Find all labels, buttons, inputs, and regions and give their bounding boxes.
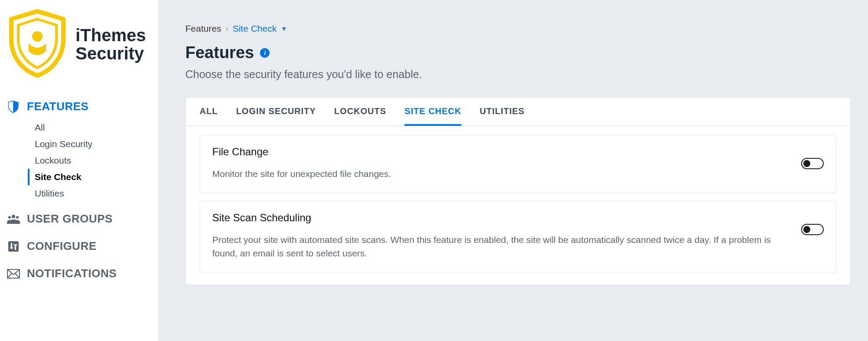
sidebar-item-site-check[interactable]: Site Check [28,169,158,185]
feature-list: File Change Monitor the site for unexpec… [186,126,850,285]
nav-user-groups[interactable]: USER GROUPS [7,209,158,229]
brand-name: iThemes Security [76,26,158,62]
breadcrumb-current[interactable]: Site Check [233,23,277,34]
toggle-knob [803,226,810,233]
tabs: ALL LOGIN SECURITY LOCKOUTS SITE CHECK U… [186,98,850,126]
sidebar-item-utilities[interactable]: Utilities [30,185,158,202]
svg-rect-4 [8,241,19,252]
feature-title: Site Scan Scheduling [212,212,792,224]
caret-down-icon[interactable]: ▼ [281,25,287,32]
sidebar-item-all[interactable]: All [30,119,158,136]
features-panel: ALL LOGIN SECURITY LOCKOUTS SITE CHECK U… [185,97,851,285]
feature-card-site-scan: Site Scan Scheduling Protect your site w… [200,201,836,272]
nav-user-groups-label: USER GROUPS [27,212,113,226]
nav-features-subitems: All Login Security Lockouts Site Check U… [7,117,158,202]
sidebar-item-lockouts[interactable]: Lockouts [30,152,158,169]
page-title-row: Features i [185,43,868,62]
nav-section-user-groups: USER GROUPS [7,209,158,229]
tab-utilities[interactable]: UTILITIES [480,98,524,126]
feature-card-file-change: File Change Monitor the site for unexpec… [200,135,836,193]
nav-notifications[interactable]: NOTIFICATIONS [7,263,158,284]
feature-desc: Protect your site with automated site sc… [212,233,792,260]
nav-notifications-label: NOTIFICATIONS [27,267,117,280]
svg-rect-5 [11,243,12,247]
sliders-icon [7,240,20,253]
shield-icon [7,100,20,113]
users-icon [7,213,20,226]
breadcrumb: Features › Site Check ▼ [185,23,868,34]
nav-configure-label: CONFIGURE [27,239,97,253]
toggle-file-change[interactable] [801,158,824,169]
feature-desc: Monitor the site for unexpected file cha… [212,167,792,180]
sidebar: iThemes Security FEATURES All Login Secu… [0,0,158,341]
svg-point-1 [12,215,15,218]
info-icon[interactable]: i [260,48,270,58]
page-title: Features [185,43,254,62]
svg-point-3 [16,216,19,219]
nav-section-notifications: NOTIFICATIONS [7,263,158,284]
svg-point-0 [32,31,43,42]
chevron-right-icon: › [226,24,228,33]
nav-features[interactable]: FEATURES [7,96,158,117]
svg-point-2 [8,216,11,219]
svg-rect-8 [14,244,17,246]
feature-text: File Change Monitor the site for unexpec… [212,146,792,180]
breadcrumb-root[interactable]: Features [185,23,221,34]
nav-configure[interactable]: CONFIGURE [7,236,158,256]
page-subtitle: Choose the security features you'd like … [185,68,868,81]
toggle-site-scan[interactable] [801,224,824,235]
feature-title: File Change [212,146,792,158]
nav-features-label: FEATURES [27,100,89,113]
nav-section-configure: CONFIGURE [7,236,158,256]
svg-rect-6 [10,247,13,249]
sidebar-item-login-security[interactable]: Login Security [30,136,158,152]
toggle-knob [803,160,810,167]
nav-section-features: FEATURES All Login Security Lockouts Sit… [7,96,158,202]
mail-icon [7,267,20,280]
tab-login-security[interactable]: LOGIN SECURITY [236,98,316,126]
tab-all[interactable]: ALL [200,98,218,126]
brand-logo: iThemes Security [7,9,158,93]
tab-site-check[interactable]: SITE CHECK [404,98,461,126]
svg-rect-7 [15,246,16,250]
main-content: Features › Site Check ▼ Features i Choos… [158,0,868,341]
tab-lockouts[interactable]: LOCKOUTS [334,98,386,126]
shield-logo-icon [7,9,68,80]
feature-text: Site Scan Scheduling Protect your site w… [212,212,792,260]
